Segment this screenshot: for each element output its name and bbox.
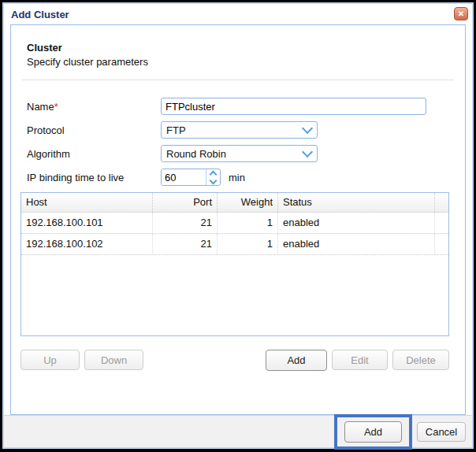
algorithm-row: Algorithm Round Robin <box>27 145 449 162</box>
protocol-value: FTP <box>166 124 186 136</box>
cluster-form: Name* Protocol FTP Algorithm Roun <box>27 98 449 186</box>
spinner-down-button[interactable] <box>206 177 220 185</box>
panel-heading: Cluster <box>27 42 449 54</box>
add-cluster-button[interactable]: Add <box>344 421 402 443</box>
ttl-row: IP binding time to live min <box>27 169 449 186</box>
ttl-label: IP binding time to live <box>27 172 161 183</box>
cell-status: enabled <box>278 213 435 233</box>
panel-subheading: Specify cluster parameters <box>27 56 449 68</box>
cell-filler <box>435 234 448 254</box>
down-button[interactable]: Down <box>84 350 143 370</box>
grid-header: Host Port Weight Status <box>21 193 448 213</box>
algorithm-value: Round Robin <box>166 148 226 160</box>
chevron-down-icon <box>210 176 218 184</box>
cell-filler <box>435 213 448 233</box>
cell-port: 21 <box>153 234 218 254</box>
highlight-annotation: Add <box>334 414 412 450</box>
cell-status: enabled <box>278 234 435 254</box>
column-header-status[interactable]: Status <box>278 193 435 212</box>
cluster-form-panel: Cluster Specify cluster parameters Name*… <box>10 24 466 415</box>
add-host-button[interactable]: Add <box>266 350 327 371</box>
table-row[interactable]: 192.168.100.101 21 1 enabled <box>21 213 448 234</box>
edit-button[interactable]: Edit <box>332 350 388 370</box>
chevron-down-icon <box>302 146 313 157</box>
delete-button[interactable]: Delete <box>392 350 449 370</box>
column-header-host[interactable]: Host <box>21 193 153 212</box>
close-icon: ✕ <box>458 9 464 18</box>
ttl-unit-label: min <box>229 172 245 183</box>
close-button[interactable]: ✕ <box>454 7 468 20</box>
protocol-row: Protocol FTP <box>27 121 449 139</box>
column-header-filler <box>435 193 448 212</box>
protocol-select[interactable]: FTP <box>161 121 318 139</box>
name-label: Name* <box>27 101 161 113</box>
cancel-button[interactable]: Cancel <box>417 422 466 442</box>
algorithm-select[interactable]: Round Robin <box>161 145 318 162</box>
dialog-frame: Add Cluster ✕ Cluster Specify cluster pa… <box>2 2 474 449</box>
chevron-down-icon <box>302 123 313 134</box>
up-button[interactable]: Up <box>20 350 80 370</box>
ttl-spinner-arrows <box>206 169 220 185</box>
column-header-weight[interactable]: Weight <box>218 193 278 212</box>
hosts-grid: Host Port Weight Status 192.168.100.101 … <box>20 192 449 336</box>
dialog-footer: Add Cancel <box>4 415 472 447</box>
titlebar: Add Cluster ✕ <box>4 4 472 24</box>
dialog-window: Add Cluster ✕ Cluster Specify cluster pa… <box>0 0 476 452</box>
protocol-dropdown-trigger[interactable] <box>299 124 315 136</box>
header-separator <box>22 80 454 80</box>
window-title: Add Cluster <box>11 9 69 20</box>
button-row-spacer <box>148 350 261 371</box>
cell-weight: 1 <box>218 234 278 254</box>
cell-host: 192.168.100.101 <box>21 213 153 233</box>
protocol-label: Protocol <box>27 124 161 136</box>
grid-button-row: Up Down Add Edit Delete <box>20 350 449 371</box>
column-header-port[interactable]: Port <box>153 193 218 212</box>
cell-host: 192.168.100.102 <box>21 234 153 254</box>
ttl-input[interactable] <box>162 169 206 185</box>
name-input[interactable] <box>161 98 426 115</box>
algorithm-dropdown-trigger[interactable] <box>299 147 315 160</box>
required-asterisk: * <box>54 101 58 113</box>
algorithm-label: Algorithm <box>27 148 161 160</box>
cell-port: 21 <box>153 213 218 233</box>
ttl-spinner <box>161 169 221 186</box>
cell-weight: 1 <box>218 213 278 233</box>
table-row[interactable]: 192.168.100.102 21 1 enabled <box>21 234 448 255</box>
spinner-up-button[interactable] <box>206 169 220 177</box>
name-row: Name* <box>27 98 449 115</box>
